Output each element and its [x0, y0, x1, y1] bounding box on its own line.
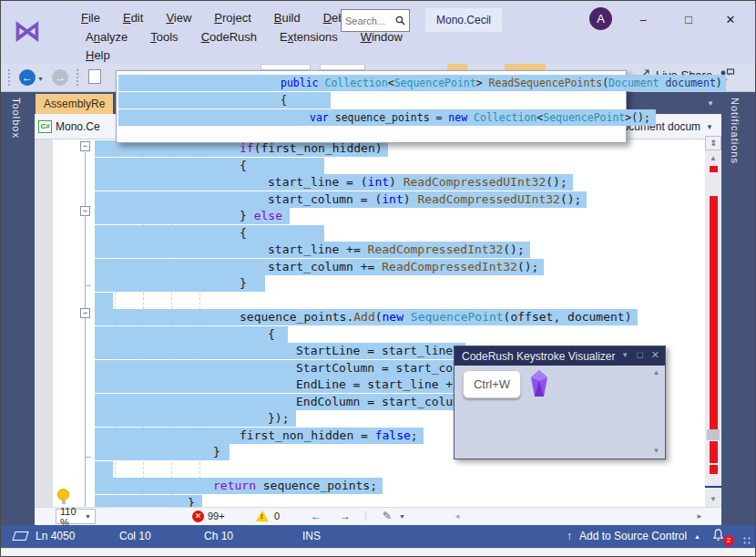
code-line[interactable]: {	[118, 92, 331, 108]
source-control-label: Add to Source Control	[579, 530, 687, 542]
fold-end-tick	[85, 285, 91, 286]
menu-item-coderush[interactable]: CodeRush	[201, 30, 257, 44]
status-insert-mode[interactable]: INS	[302, 530, 321, 542]
resize-grip[interactable]	[742, 536, 751, 545]
scroll-up-icon[interactable]: ▲	[650, 368, 662, 376]
code-line[interactable]	[95, 293, 113, 309]
menu-item-tools[interactable]: Tools	[150, 30, 178, 44]
status-line-number[interactable]: Ln 4050	[36, 530, 75, 542]
toolbar-combo-partial[interactable]	[261, 64, 311, 70]
menu-item-extensions[interactable]: Extensions	[280, 30, 338, 44]
caret-position-mark	[705, 486, 721, 488]
code-line[interactable]: sequence_points.Add(new SequencePoint(of…	[95, 309, 638, 325]
notifications-bell-button[interactable]: 2	[711, 528, 730, 544]
window-menu-icon[interactable]: ▼	[621, 349, 628, 361]
code-line[interactable]: {	[95, 158, 324, 174]
menu-item-project[interactable]: Project	[214, 11, 250, 25]
code-line[interactable]: }	[95, 275, 265, 292]
status-character-number[interactable]: Ch 10	[204, 530, 233, 542]
code-line[interactable]: {	[95, 225, 324, 242]
close-icon[interactable]: ✕	[651, 349, 659, 361]
status-column-number[interactable]: Col 10	[119, 530, 151, 542]
close-button[interactable]: ✕	[717, 8, 744, 30]
scroll-down-icon[interactable]: ▼	[705, 495, 721, 503]
avatar[interactable]: A	[589, 7, 612, 30]
code-line[interactable]: first_non_hidden = false;	[95, 428, 424, 444]
vertical-scrollbar[interactable]: ⇕ ▲ ▼	[705, 139, 721, 507]
lightbulb-icon[interactable]	[57, 489, 69, 500]
menu-item-help[interactable]: Help	[86, 48, 110, 62]
solution-name[interactable]: Mono.Cecil	[425, 8, 502, 32]
code-line[interactable]: return sequence_points;	[95, 478, 383, 494]
fold-collapse-button[interactable]: −	[80, 141, 90, 151]
menu-item-build[interactable]: Build	[274, 11, 301, 25]
sidebar-tab-toolbox[interactable]: Toolbox	[11, 98, 22, 139]
navigate-back-button[interactable]: ←	[19, 69, 36, 86]
code-line[interactable]: StartColumn = start_column,	[95, 360, 494, 376]
document-well-dropdown-icon[interactable]: ▼	[707, 99, 714, 108]
new-file-icon[interactable]	[88, 69, 101, 84]
warning-icon[interactable]	[256, 511, 269, 521]
search-box[interactable]	[341, 9, 410, 32]
toolbar-grip[interactable]	[7, 68, 11, 87]
navigate-back-icon[interactable]: ←	[311, 510, 322, 522]
error-icon[interactable]: ✕	[192, 511, 204, 522]
toolbar-button-partial[interactable]	[505, 64, 546, 70]
editor-split-handle[interactable]: ⇕	[705, 136, 721, 150]
search-input[interactable]	[345, 15, 393, 26]
code-line[interactable]: start_line = (int) ReadCompressedUInt32(…	[95, 174, 573, 191]
code-line[interactable]: var sequence_points = new Collection<Seq…	[118, 109, 656, 126]
navigate-forward-button[interactable]: →	[52, 69, 68, 86]
code-line[interactable]: }	[95, 495, 202, 508]
sidebar-tab-notifications[interactable]: Notifications	[730, 98, 741, 164]
zoom-level-combo[interactable]: 110 % ▼	[56, 509, 96, 524]
menu-item-analyze[interactable]: Analyze	[86, 30, 128, 44]
window-bottom-edge	[1, 548, 755, 557]
maximize-icon[interactable]: □	[637, 349, 643, 361]
keystroke-visualizer-titlebar[interactable]: CodeRush Keystroke Visualizer ▼ □ ✕	[455, 346, 665, 366]
chevron-down-icon[interactable]: ▼	[399, 513, 405, 520]
keystroke-visualizer-window[interactable]: CodeRush Keystroke Visualizer ▼ □ ✕ Ctrl…	[454, 346, 666, 459]
csharp-file-icon: C#	[38, 120, 52, 133]
keystroke-display: Ctrl+W	[463, 370, 521, 398]
toolbar-button-partial[interactable]	[447, 64, 467, 70]
maximize-button[interactable]: □	[675, 8, 702, 30]
code-line[interactable]: {	[95, 326, 288, 343]
toolbar-combo-partial[interactable]	[320, 64, 365, 70]
scroll-left-icon[interactable]: ◄	[454, 512, 461, 521]
menu-item-view[interactable]: View	[166, 11, 191, 25]
warning-count[interactable]: 0	[274, 511, 280, 521]
code-line[interactable]: }	[95, 444, 230, 460]
nav-file-dropdown[interactable]: Mono.Ce	[56, 120, 100, 133]
code-line[interactable]: start_line += ReadCompressedInt32();	[95, 242, 530, 258]
code-line[interactable]: });	[95, 410, 296, 427]
code-line[interactable]: public Collection<SequencePoint> ReadSeq…	[118, 75, 726, 91]
scroll-up-icon[interactable]: ▲	[705, 154, 721, 162]
menu-item-window[interactable]: Window	[361, 30, 403, 44]
code-line[interactable]: } else	[95, 208, 290, 224]
code-line[interactable]: EndLine = start_line + delt	[95, 376, 494, 393]
error-count[interactable]: 99+	[208, 511, 225, 521]
navigate-forward-icon[interactable]: →	[340, 510, 351, 522]
fold-collapse-button[interactable]: −	[80, 308, 90, 318]
menu-item-file[interactable]: File	[81, 11, 100, 25]
scroll-right-icon[interactable]: ►	[696, 512, 703, 521]
error-mark	[710, 166, 718, 172]
code-line[interactable]	[95, 461, 113, 478]
minimize-button[interactable]: –	[629, 8, 657, 30]
add-to-source-control-button[interactable]: ↑ Add to Source Control ▲	[567, 530, 700, 542]
visualizer-scrollbar[interactable]: ▲ ▼	[650, 368, 662, 457]
code-line[interactable]: start_column += ReadCompressedInt32();	[95, 259, 544, 275]
menu-item-edit[interactable]: Edit	[123, 11, 143, 25]
code-line[interactable]: EndColumn = start_column +	[95, 394, 494, 410]
code-cleanup-icon[interactable]: ✎	[383, 510, 392, 522]
toolbar-grip[interactable]	[76, 68, 79, 87]
scroll-down-icon[interactable]: ▼	[650, 447, 662, 455]
code-peek-popup[interactable]: public Collection<SequencePoint> ReadSeq…	[116, 70, 627, 143]
fold-collapse-button[interactable]: −	[80, 206, 90, 216]
back-history-caret-icon[interactable]: ▼	[37, 76, 44, 82]
code-line[interactable]: start_column = (int) ReadCompressedUInt3…	[95, 191, 587, 208]
document-tab[interactable]: AssemblyRe	[36, 94, 113, 114]
code-line[interactable]: StartLine = start_line,	[95, 343, 465, 359]
scrollbar-thumb[interactable]	[707, 429, 720, 440]
